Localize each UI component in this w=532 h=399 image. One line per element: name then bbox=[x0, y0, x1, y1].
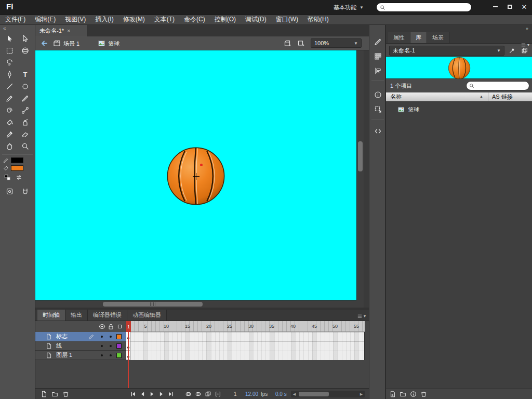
menu-view[interactable]: 视图(V) bbox=[65, 15, 86, 24]
fill-color-swatch[interactable] bbox=[11, 165, 23, 171]
eyedropper-tool[interactable] bbox=[2, 128, 17, 140]
go-to-last-frame-button[interactable] bbox=[166, 390, 175, 398]
free-transform-tool[interactable] bbox=[2, 45, 17, 56]
library-item-basketball[interactable]: 篮球 bbox=[386, 105, 532, 114]
edit-symbol-button[interactable] bbox=[297, 39, 305, 47]
menu-file[interactable]: 文件(F) bbox=[5, 15, 25, 24]
layer-outline-color[interactable] bbox=[116, 343, 122, 349]
menu-debug[interactable]: 调试(D) bbox=[245, 15, 267, 24]
stroke-color-swatch[interactable] bbox=[11, 157, 23, 163]
maximize-button[interactable] bbox=[503, 2, 516, 11]
minimize-button[interactable] bbox=[488, 2, 502, 11]
tab-properties[interactable]: 属性 bbox=[388, 32, 410, 43]
tab-library[interactable]: 库 bbox=[410, 32, 427, 43]
tab-timeline[interactable]: 时间轴 bbox=[37, 310, 65, 321]
menu-window[interactable]: 窗口(W) bbox=[276, 15, 298, 24]
timeline-scrollbar[interactable]: ◀ ▶ bbox=[291, 391, 365, 397]
tab-output[interactable]: 输出 bbox=[65, 310, 88, 321]
zoom-level-select[interactable]: 100% ▼ bbox=[311, 38, 362, 48]
horizontal-scroll-thumb[interactable] bbox=[103, 302, 203, 307]
stage-canvas[interactable] bbox=[35, 50, 356, 300]
layer-row-tuceng1[interactable]: 图层 1 bbox=[35, 351, 126, 360]
pen-tool[interactable] bbox=[2, 69, 17, 80]
swatches-panel-button[interactable] bbox=[371, 50, 384, 62]
new-symbol-button[interactable] bbox=[388, 390, 397, 398]
fill-color-control[interactable] bbox=[0, 165, 35, 171]
eraser-tool[interactable] bbox=[18, 128, 32, 140]
vertical-scroll-thumb[interactable] bbox=[358, 141, 363, 171]
column-divider[interactable] bbox=[488, 92, 488, 101]
scroll-left-arrow[interactable]: ◀ bbox=[291, 391, 298, 397]
new-layer-button[interactable] bbox=[39, 390, 48, 398]
line-tool[interactable] bbox=[2, 81, 17, 92]
delete-layer-button[interactable] bbox=[61, 390, 70, 398]
workspace-switcher[interactable]: 基本功能 ▼ bbox=[330, 3, 367, 12]
layer-row-xian[interactable]: 线 bbox=[35, 341, 126, 351]
menu-insert[interactable]: 插入(I) bbox=[95, 15, 113, 24]
delete-item-button[interactable] bbox=[419, 390, 428, 398]
transform-panel-button[interactable] bbox=[371, 103, 384, 115]
layer-visibility-dot[interactable] bbox=[101, 354, 103, 356]
library-document-select[interactable]: 未命名-1 ▼ bbox=[389, 46, 504, 56]
search-input[interactable] bbox=[388, 4, 466, 10]
layer-row-biaozhi[interactable]: 标志 bbox=[35, 332, 126, 341]
outline-all-layers-button[interactable] bbox=[116, 323, 123, 330]
color-panel-button[interactable] bbox=[371, 35, 384, 48]
library-search[interactable] bbox=[466, 81, 529, 90]
code-snippets-panel-button[interactable] bbox=[371, 125, 384, 137]
align-panel-button[interactable] bbox=[371, 64, 384, 77]
edit-multiple-frames-button[interactable] bbox=[204, 390, 212, 398]
text-tool[interactable]: T bbox=[18, 69, 32, 80]
library-search-input[interactable] bbox=[476, 83, 524, 89]
paint-bucket-tool[interactable] bbox=[2, 116, 17, 128]
menu-edit[interactable]: 编辑(E) bbox=[35, 15, 56, 24]
snap-to-objects-toggle[interactable] bbox=[18, 185, 32, 197]
brush-tool[interactable] bbox=[18, 92, 32, 104]
layer-outline-color[interactable] bbox=[116, 353, 122, 358]
frame-rate-value[interactable]: 12.00 bbox=[245, 389, 258, 399]
tab-scene[interactable]: 场景 bbox=[427, 32, 449, 43]
stage-vertical-scrollbar[interactable] bbox=[356, 50, 364, 300]
edit-scene-button[interactable] bbox=[284, 39, 292, 47]
menu-text[interactable]: 文本(T) bbox=[154, 15, 175, 24]
collapse-to-icons-button[interactable]: » bbox=[526, 26, 528, 31]
playhead[interactable]: 1 bbox=[126, 321, 131, 332]
new-library-panel-button[interactable] bbox=[519, 46, 529, 56]
info-panel-button[interactable] bbox=[371, 88, 384, 101]
step-forward-button[interactable] bbox=[157, 390, 166, 398]
menu-commands[interactable]: 命令(C) bbox=[184, 15, 205, 24]
breadcrumb-symbol[interactable]: 篮球 bbox=[108, 40, 119, 48]
tab-compiler-errors[interactable]: 编译器错误 bbox=[88, 310, 127, 321]
swap-colors-button[interactable] bbox=[14, 173, 24, 181]
app-search[interactable] bbox=[376, 3, 472, 12]
pin-library-button[interactable] bbox=[507, 46, 517, 56]
stroke-color-control[interactable] bbox=[0, 157, 35, 163]
breadcrumb-scene[interactable]: 场景 1 bbox=[63, 40, 79, 48]
timeline-scroll-thumb[interactable] bbox=[299, 392, 329, 396]
layer-visibility-dot[interactable] bbox=[101, 345, 103, 347]
menu-modify[interactable]: 修改(M) bbox=[123, 15, 145, 24]
menu-help[interactable]: 帮助(H) bbox=[308, 15, 329, 24]
show-hide-all-layers-button[interactable] bbox=[99, 323, 105, 330]
menu-control[interactable]: 控制(O) bbox=[215, 15, 236, 24]
layer-outline-color[interactable] bbox=[116, 334, 122, 339]
bone-tool[interactable] bbox=[18, 104, 32, 116]
lasso-tool[interactable] bbox=[2, 57, 17, 68]
library-item-list[interactable]: 篮球 bbox=[386, 101, 532, 389]
collapse-tools-button[interactable]: « bbox=[0, 25, 35, 32]
3d-rotation-tool[interactable] bbox=[18, 45, 32, 56]
layer-lock-dot[interactable] bbox=[110, 345, 112, 347]
ink-bottle-tool[interactable] bbox=[18, 116, 32, 128]
subselection-tool[interactable] bbox=[18, 33, 32, 44]
play-button[interactable] bbox=[148, 390, 156, 398]
close-button[interactable]: ✕ bbox=[517, 2, 531, 11]
frame-ruler[interactable] bbox=[126, 321, 365, 332]
object-drawing-toggle[interactable] bbox=[2, 185, 17, 197]
document-tab[interactable]: 未命名-1* × bbox=[35, 25, 87, 36]
modify-markers-button[interactable] bbox=[214, 390, 222, 398]
pencil-tool[interactable] bbox=[2, 92, 17, 104]
layer-lock-dot[interactable] bbox=[110, 336, 112, 338]
new-folder-button[interactable] bbox=[50, 390, 59, 398]
layer-visibility-dot[interactable] bbox=[101, 336, 103, 338]
tab-close-icon[interactable]: × bbox=[67, 28, 70, 34]
